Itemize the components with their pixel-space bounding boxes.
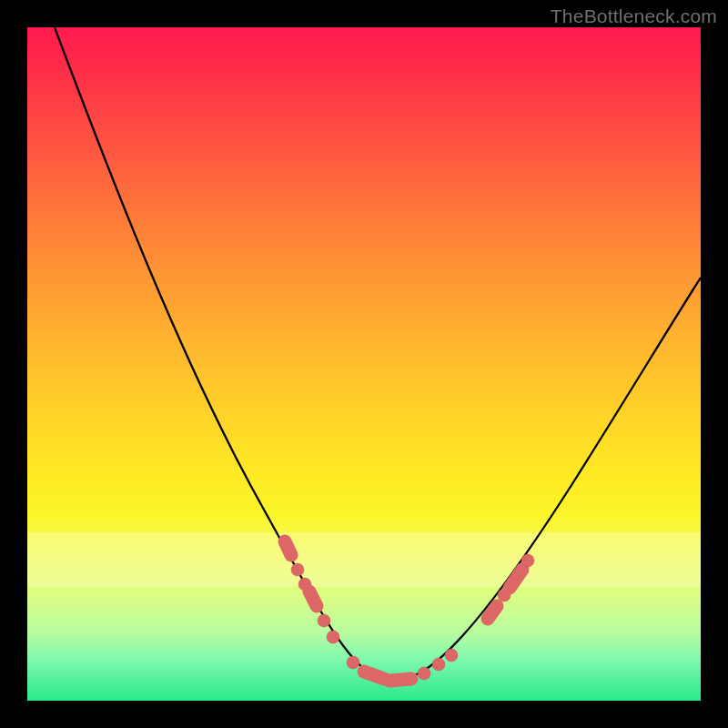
chart-plot-area [27, 27, 701, 701]
marker-segment [488, 606, 497, 619]
marker-dot [432, 658, 445, 671]
marker-segment [364, 672, 384, 679]
bottleneck-curve [55, 27, 701, 679]
watermark-text: TheBottleneck.com [551, 5, 717, 27]
marker-dot [347, 656, 359, 669]
marker-dot [291, 563, 304, 576]
marker-segment [285, 541, 291, 555]
marker-dot [445, 649, 458, 662]
marker-segment [309, 592, 317, 606]
marker-segment [389, 679, 411, 681]
marker-dot [318, 614, 330, 627]
marker-dot [418, 667, 430, 680]
chart-svg [27, 27, 701, 701]
marker-dot [327, 631, 339, 643]
marker-dot [521, 554, 534, 567]
